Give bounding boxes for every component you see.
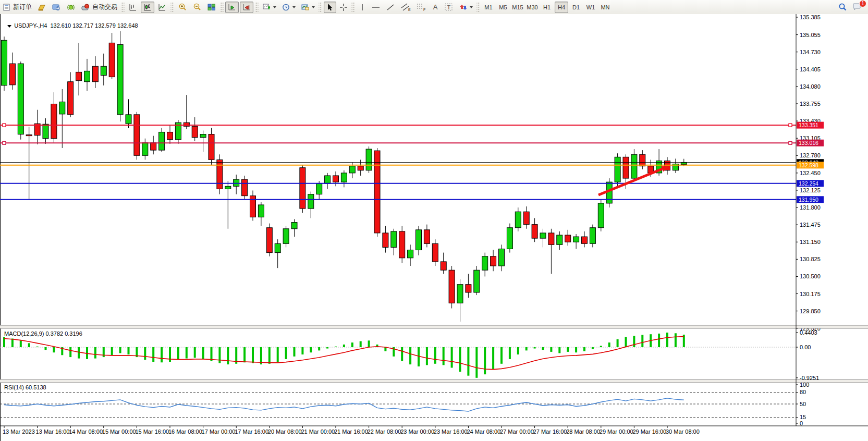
- toolbar-grip[interactable]: [476, 2, 480, 13]
- main-toolbar: 新订单 自动交易: [0, 0, 868, 15]
- line-chart-mode-button[interactable]: [155, 2, 169, 13]
- vertical-line-tool-button[interactable]: [357, 2, 368, 13]
- new-order-label: 新订单: [13, 3, 32, 11]
- market-depth-button[interactable]: [35, 2, 48, 13]
- toolbar-grip[interactable]: [220, 2, 224, 13]
- candle-body: [449, 270, 455, 303]
- timeframe-m5-button[interactable]: M5: [496, 2, 510, 13]
- time-axis-label: 17 Mar 00:00: [202, 428, 236, 435]
- timeframe-m1-button[interactable]: M1: [482, 2, 495, 13]
- horizontal-line-tool-button[interactable]: [369, 2, 383, 13]
- text-tool-button[interactable]: A: [430, 2, 441, 13]
- price-chart-canvas[interactable]: 135.385135.055134.730134.405134.080133.7…: [0, 14, 868, 441]
- price-axis-label: 133.755: [800, 101, 821, 107]
- macd-histogram-bar: [666, 333, 668, 347]
- macd-histogram-bar: [268, 347, 271, 364]
- fibonacci-tool-button[interactable]: F: [414, 2, 429, 13]
- macd-signal-line: [4, 337, 684, 370]
- macd-histogram-bar: [542, 347, 544, 350]
- candle-body: [565, 235, 571, 242]
- macd-histogram-bar: [119, 347, 121, 353]
- bar-chart-mode-button[interactable]: [126, 2, 140, 13]
- zoom-out-button[interactable]: [190, 2, 204, 13]
- panel-separator[interactable]: [0, 379, 868, 383]
- timeframe-h4-button[interactable]: H4: [555, 2, 568, 13]
- toolbar-grip[interactable]: [351, 2, 355, 13]
- candle-chart-mode-button[interactable]: [141, 2, 154, 13]
- candle-body: [491, 256, 496, 266]
- candle-body: [391, 231, 397, 248]
- candle-body: [408, 250, 413, 258]
- add-indicator-button[interactable]: [260, 2, 278, 13]
- auto-scroll-button[interactable]: [225, 2, 239, 13]
- macd-histogram-bar: [575, 347, 577, 352]
- macd-histogram-bar: [484, 347, 486, 374]
- toolbar-grip[interactable]: [121, 2, 125, 13]
- new-order-button[interactable]: 新订单: [1, 2, 34, 13]
- trendline-tool-button[interactable]: [384, 2, 397, 13]
- macd-histogram-bar: [475, 347, 478, 378]
- chart-shift-icon: [242, 3, 251, 11]
- macd-axis-label: 0.00: [800, 344, 811, 350]
- text-label-tool-button[interactable]: T: [442, 2, 456, 13]
- cursor-tool-button[interactable]: [324, 2, 336, 13]
- auto-scroll-icon: [227, 3, 237, 11]
- notifications-button[interactable]: 1: [850, 2, 864, 13]
- search-button[interactable]: [836, 2, 849, 13]
- templates-button[interactable]: [299, 2, 317, 13]
- svg-text:E: E: [408, 8, 411, 11]
- chart-shift-button[interactable]: [240, 2, 253, 13]
- price-axis-label: 129.850: [800, 308, 821, 314]
- macd-histogram-bar: [301, 347, 303, 354]
- zoom-in-button[interactable]: [176, 2, 189, 13]
- crosshair-tool-button[interactable]: [337, 2, 350, 13]
- candle-body: [250, 196, 256, 217]
- toolbar-grip[interactable]: [255, 2, 259, 13]
- macd-histogram-bar: [434, 347, 436, 364]
- macd-histogram-bar: [617, 339, 619, 347]
- toolbar-grip[interactable]: [170, 2, 174, 13]
- notification-count-badge: 1: [859, 0, 866, 7]
- panel-separator[interactable]: [0, 325, 868, 328]
- timeframe-m15-button[interactable]: M15: [511, 2, 524, 13]
- candle-body: [200, 134, 206, 138]
- periods-button[interactable]: [279, 2, 298, 13]
- candle-body: [515, 212, 521, 228]
- macd-histogram-bar: [592, 347, 594, 349]
- price-axis-label: 130.175: [800, 291, 821, 297]
- line-selection-handle[interactable]: [3, 124, 6, 127]
- candle-body: [68, 82, 74, 115]
- candle-body: [325, 176, 331, 183]
- autotrading-button[interactable]: 自动交易: [79, 2, 119, 13]
- price-line-badge-label: 132.598: [799, 162, 818, 168]
- candle-body: [142, 143, 148, 155]
- candle-body: [117, 44, 123, 114]
- candle-body: [300, 168, 305, 209]
- rsi-axis-label: 100: [800, 382, 809, 388]
- toolbar-grip[interactable]: [319, 2, 322, 13]
- timeframe-m30-button[interactable]: M30: [525, 2, 539, 13]
- arrows-tool-button[interactable]: [457, 2, 475, 13]
- candle-body: [631, 154, 637, 178]
- macd-histogram-bar: [467, 347, 469, 376]
- macd-histogram-bar: [343, 345, 345, 347]
- symbol-collapse-icon[interactable]: [7, 25, 11, 28]
- macd-histogram-bar: [326, 347, 328, 349]
- news-signal-button[interactable]: [64, 2, 78, 13]
- candle-body: [358, 166, 363, 170]
- macd-histogram-bar: [451, 347, 453, 368]
- dropdown-caret-icon: [292, 6, 296, 8]
- tile-windows-button[interactable]: [205, 2, 218, 13]
- line-selection-handle[interactable]: [789, 141, 792, 144]
- timeframe-w1-button[interactable]: W1: [584, 2, 597, 13]
- candle-body: [424, 230, 430, 243]
- timeframe-mn-button[interactable]: MN: [598, 2, 612, 13]
- time-axis-label: 14 Mar 08:00: [69, 428, 103, 435]
- terminal-button[interactable]: [50, 2, 63, 13]
- timeframe-d1-button[interactable]: D1: [569, 2, 583, 13]
- line-selection-handle[interactable]: [789, 124, 792, 127]
- timeframe-h1-button[interactable]: H1: [540, 2, 554, 13]
- candle-body: [466, 285, 471, 292]
- line-selection-handle[interactable]: [3, 141, 6, 144]
- channel-tool-button[interactable]: E: [398, 2, 413, 13]
